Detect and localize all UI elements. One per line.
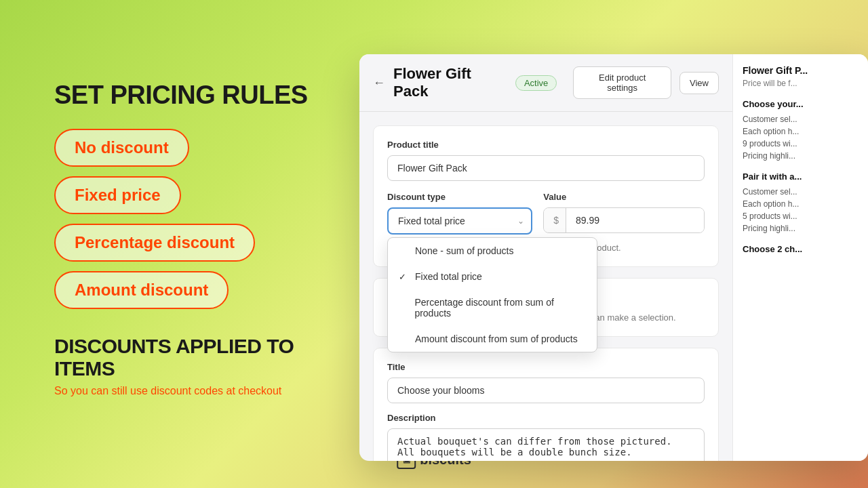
sidebar-choose-desc3: 9 products wi... [743,138,859,150]
main-content: ← Flower Gift Pack Active Edit product s… [359,54,732,461]
check-fixed: ✓ [399,272,410,282]
dropdown-item-fixed-total[interactable]: ✓ Fixed total price [388,264,597,289]
active-badge: Active [515,75,557,91]
dropdown-item-amount[interactable]: Amount discount from sum of products [388,326,597,352]
dropdown-item-none[interactable]: None - sum of products [388,238,597,264]
pill-no-discount[interactable]: No discount [54,129,189,167]
right-sidebar: Flower Gift P... Price will be f... Choo… [732,54,868,461]
app-window: ← Flower Gift Pack Active Edit product s… [359,54,868,461]
sidebar-choose2-title: Choose 2 ch... [743,244,859,254]
sidebar-choose-desc1: Customer sel... [743,113,859,125]
pill-fixed-price[interactable]: Fixed price [54,176,181,214]
edit-settings-button[interactable]: Edit product settings [573,66,671,99]
back-button[interactable]: ← [373,76,385,90]
sidebar-pair-desc2: Each option h... [743,198,859,210]
sidebar-pair-desc3: 5 products wi... [743,210,859,222]
product-title-input[interactable] [387,155,705,181]
app-body: Product title Discount type None - sum o… [359,112,732,461]
sidebar-pricing-highlight1: Pricing highli... [743,150,859,162]
sidebar-pricing-highlight2: Pricing highli... [743,222,859,235]
pill-amount-discount[interactable]: Amount discount [54,271,229,309]
step-title-label: Title [387,362,705,372]
value-label: Value [543,192,705,202]
step-title-input[interactable] [387,378,705,403]
value-group: Value $ [543,192,705,235]
product-title-label: Product title [387,140,705,150]
set-pricing-title: SET PRICING RULES [54,81,319,110]
description-label: Description [387,413,705,423]
sidebar-choose-desc2: Each option h... [743,125,859,138]
pill-percentage-discount[interactable]: Percentage discount [54,224,255,262]
discount-type-label: Discount type [387,192,532,202]
discount-row: Discount type None - sum of products Fix… [387,192,705,235]
description-input[interactable]: Actual bouquet's can differ from those p… [387,428,705,461]
currency-symbol: $ [544,208,566,232]
sidebar-choose-title: Choose your... [743,99,859,109]
app-title: Flower Gift Pack [393,65,507,100]
step-card: Title Description Actual bouquet's can d… [373,348,719,461]
discounts-subtitle: So you can still use discount codes at c… [54,385,319,397]
left-panel: SET PRICING RULES No discount Fixed pric… [0,0,359,488]
dropdown-menu: None - sum of products ✓ Fixed total pri… [387,237,597,352]
discounts-title: DISCOUNTS APPLIED TO ITEMS [54,335,319,380]
dropdown-item-percentage[interactable]: Percentage discount from sum of products [388,289,597,326]
view-button[interactable]: View [679,72,719,94]
sidebar-pair-title: Pair it with a... [743,171,859,182]
sidebar-product-title: Flower Gift P... [743,65,859,76]
app-header: ← Flower Gift Pack Active Edit product s… [359,54,732,112]
value-input-wrapper: $ [543,207,705,233]
discount-type-select[interactable]: None - sum of products Fixed total price… [387,207,532,235]
value-input[interactable] [566,208,704,232]
pill-list: No discount Fixed price Percentage disco… [54,129,319,309]
sidebar-pair-desc1: Customer sel... [743,186,859,198]
sidebar-price-note: Price will be f... [743,79,859,88]
discount-type-group: Discount type None - sum of products Fix… [387,192,532,235]
discount-type-wrapper: None - sum of products Fixed total price… [387,207,532,235]
product-title-section: Product title Discount type None - sum o… [373,125,719,267]
